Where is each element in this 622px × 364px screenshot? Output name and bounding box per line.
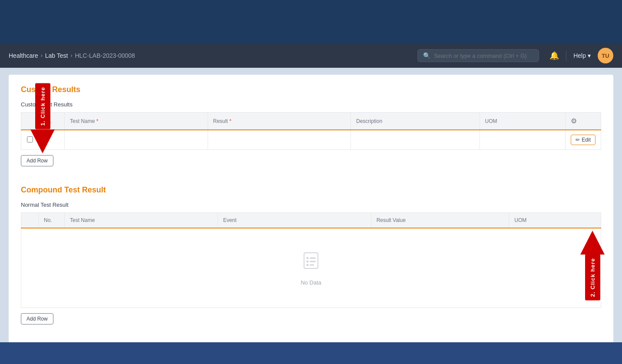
result-required: * xyxy=(229,118,232,124)
content-area: Custom Results Custom Test Results No. T… xyxy=(9,75,613,335)
compound-col-no: No. xyxy=(39,213,65,228)
custom-results-row1-desc xyxy=(351,130,480,150)
avatar[interactable]: TU xyxy=(598,48,613,63)
compound-test-section: Compound Test Result Normal Test Result … xyxy=(21,185,601,335)
edit-pencil-icon: ✏ xyxy=(576,137,580,143)
custom-results-sublabel: Custom Test Results xyxy=(21,101,601,108)
compound-test-header-row: No. Test Name Event Result Value UOM xyxy=(21,213,601,228)
custom-results-col-result: Result * xyxy=(208,113,351,130)
main-wrapper: Custom Results Custom Test Results No. T… xyxy=(0,68,622,342)
help-menu[interactable]: Help ▾ xyxy=(573,52,591,59)
compound-test-title: Compound Test Result xyxy=(21,185,601,195)
bottom-background xyxy=(0,342,622,364)
help-chevron-icon: ▾ xyxy=(588,52,591,59)
custom-results-col-checkbox xyxy=(21,113,39,130)
nav-right-area: 🔔 Help ▾ TU xyxy=(549,48,613,63)
top-background xyxy=(0,0,622,43)
custom-results-row1-no: 1 xyxy=(39,130,65,150)
custom-results-section: Custom Results Custom Test Results No. T… xyxy=(21,85,601,177)
help-label: Help xyxy=(573,52,586,59)
custom-results-row1-checkbox-cell xyxy=(21,130,39,150)
custom-results-row1-result xyxy=(208,130,351,150)
breadcrumb-labid: HLC-LAB-2023-00008 xyxy=(75,52,135,59)
custom-results-col-no: No. xyxy=(39,113,65,130)
no-data-text: No Data xyxy=(301,279,321,286)
no-data-container: No Data xyxy=(26,233,596,303)
svg-point-1 xyxy=(307,257,309,259)
custom-results-col-testname: Test Name * xyxy=(65,113,208,130)
custom-results-col-uom: UOM xyxy=(480,113,566,130)
custom-results-row1-checkbox[interactable] xyxy=(27,136,33,142)
custom-results-col-actions: ⚙ xyxy=(566,113,601,130)
compound-col-testname: Test Name xyxy=(65,213,218,228)
nav-divider xyxy=(566,50,566,61)
svg-rect-6 xyxy=(310,265,314,266)
notification-bell-icon[interactable]: 🔔 xyxy=(549,51,559,60)
svg-rect-4 xyxy=(310,261,316,262)
custom-results-row-1: 1 ✏ Edit xyxy=(21,130,601,150)
custom-results-row1-testname xyxy=(65,130,208,150)
search-icon: 🔍 xyxy=(423,52,430,59)
search-box[interactable]: 🔍 xyxy=(417,49,539,62)
breadcrumb-healthcare[interactable]: Healthcare xyxy=(9,52,38,59)
custom-results-col-desc: Description xyxy=(351,113,480,130)
navbar: Healthcare › Lab Test › HLC-LAB-2023-000… xyxy=(0,43,622,68)
custom-results-add-row-button[interactable]: Add Row xyxy=(21,155,53,166)
no-data-icon xyxy=(301,250,321,275)
compound-test-sublabel: Normal Test Result xyxy=(21,202,601,208)
test-name-required: * xyxy=(96,118,99,124)
edit-button[interactable]: ✏ Edit xyxy=(571,135,596,145)
breadcrumb-sep-1: › xyxy=(41,53,43,59)
svg-point-3 xyxy=(307,261,309,263)
compound-test-no-data-row: No Data xyxy=(21,228,601,308)
compound-col-uom: UOM xyxy=(509,213,601,228)
custom-results-row1-actions: ✏ Edit xyxy=(566,130,601,150)
compound-col-resultvalue: Result Value xyxy=(371,213,509,228)
compound-test-add-row-button[interactable]: Add Row xyxy=(21,313,53,324)
gear-icon: ⚙ xyxy=(571,117,577,125)
compound-test-table: No. Test Name Event Result Value UOM xyxy=(21,212,601,308)
svg-rect-2 xyxy=(310,258,316,259)
custom-results-row1-uom xyxy=(480,130,566,150)
custom-results-title: Custom Results xyxy=(21,85,601,94)
breadcrumb: Healthcare › Lab Test › HLC-LAB-2023-000… xyxy=(9,52,414,59)
svg-rect-0 xyxy=(304,253,318,268)
search-input[interactable] xyxy=(434,53,533,59)
breadcrumb-labtest[interactable]: Lab Test xyxy=(45,52,68,59)
custom-results-header-row: No. Test Name * Result * Description UOM xyxy=(21,113,601,130)
content-card: Custom Results Custom Test Results No. T… xyxy=(9,75,613,342)
edit-label: Edit xyxy=(582,137,591,143)
compound-col-checkbox xyxy=(21,213,39,228)
breadcrumb-sep-2: › xyxy=(70,53,72,59)
compound-col-event: Event xyxy=(218,213,371,228)
custom-results-table: No. Test Name * Result * Description UOM xyxy=(21,112,601,150)
compound-test-no-data-cell: No Data xyxy=(21,228,601,308)
svg-point-5 xyxy=(307,264,309,266)
